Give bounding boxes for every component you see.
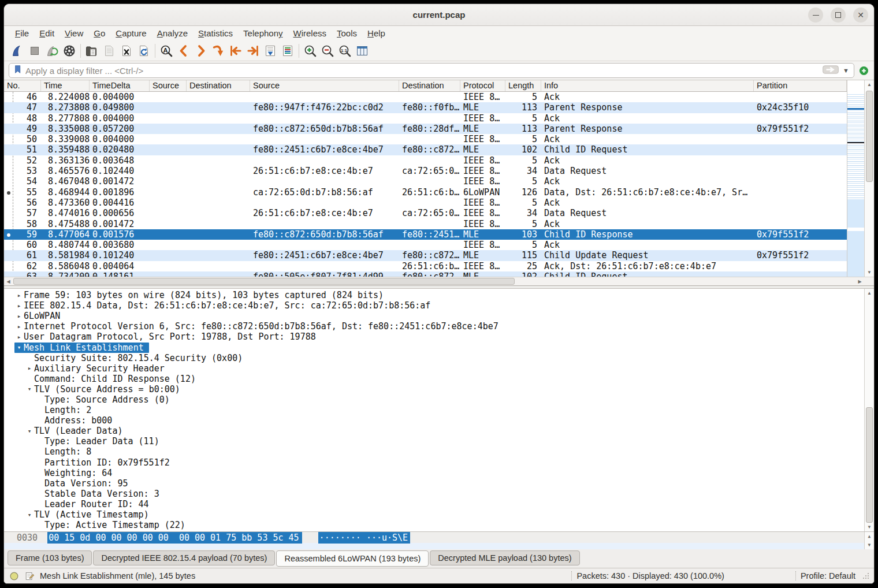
scroll-up-icon[interactable]: ▲ (865, 80, 874, 89)
column-header-src1[interactable]: Source (150, 80, 187, 91)
scroll-down-icon[interactable]: ▼ (865, 268, 874, 277)
filter-bookmark-icon[interactable] (13, 64, 23, 77)
go-last-packet-button[interactable] (244, 43, 262, 59)
expert-info-icon[interactable] (9, 571, 20, 582)
collapsed-arrow-icon[interactable]: ▸ (14, 292, 24, 299)
menu-analyze[interactable]: Analyze (152, 27, 193, 39)
packet-list-hscroll-thumb[interactable] (13, 278, 515, 285)
go-first-packet-button[interactable] (227, 43, 244, 59)
collapsed-arrow-icon[interactable]: ▸ (14, 323, 24, 330)
hex-bytes-selected[interactable]: 00 15 0d 00 00 00 00 00 00 00 01 75 bb 5… (47, 532, 302, 544)
packet-row-61[interactable]: 618.5819840.101240fe80::2451:c6b7:e8ce:4… (4, 250, 847, 260)
detail-row[interactable]: Length: 2 (4, 405, 864, 415)
menu-capture[interactable]: Capture (110, 27, 151, 39)
zoom-out-button[interactable] (319, 43, 336, 59)
column-header-part[interactable]: Partition (754, 80, 847, 91)
scroll-right-icon[interactable]: ▶ (855, 277, 864, 285)
column-header-src2[interactable]: Source (250, 80, 399, 91)
packet-row-49[interactable]: 498.3350080.057200fe80::c872:650d:b7b8:5… (4, 124, 847, 134)
detail-row[interactable]: Address: b000 (4, 415, 864, 426)
titlebar[interactable]: current.pcap ✕ (4, 4, 874, 26)
packet-list-scroll-thumb[interactable] (866, 91, 873, 182)
packet-bytes-pane[interactable]: 0030 00 15 0d 00 00 00 00 00 00 00 01 75… (4, 531, 874, 549)
resize-columns-button[interactable] (354, 43, 371, 59)
column-header-delta[interactable]: TimeDelta (90, 80, 150, 91)
expanded-arrow-icon[interactable]: ▾ (25, 427, 34, 435)
detail-row[interactable]: Weighting: 64 (4, 468, 864, 478)
packet-list-horizontal-scrollbar[interactable]: ◀ ▶ (4, 277, 874, 285)
menu-go[interactable]: Go (88, 27, 110, 39)
collapsed-arrow-icon[interactable]: ▸ (25, 364, 34, 372)
packet-row-56[interactable]: 568.4733600.004416IEEE 8…5Ack (4, 198, 847, 208)
tab-decrypted-mle-payload[interactable]: Decrypted MLE payload (130 bytes) (430, 550, 579, 565)
scroll-left-icon[interactable]: ◀ (4, 277, 13, 285)
menu-help[interactable]: Help (362, 27, 390, 39)
display-filter-box[interactable]: ▼ (9, 63, 854, 78)
reload-file-button[interactable] (135, 43, 152, 59)
expanded-arrow-icon[interactable]: ▾ (25, 511, 34, 519)
capture-comment-icon[interactable] (24, 571, 35, 582)
go-to-packet-button[interactable] (210, 43, 227, 59)
scroll-down-icon[interactable]: ▼ (865, 523, 874, 531)
detail-row[interactable]: Leader Router ID: 44 (4, 499, 864, 509)
packet-row-46[interactable]: 468.2240080.004000IEEE 8…5Ack (4, 92, 847, 102)
packet-row-58[interactable]: 588.4754880.001472IEEE 8…5Ack (4, 219, 847, 229)
column-header-proto[interactable]: Protocol (460, 80, 505, 91)
detail-row[interactable]: Type: Active Timestamp (22) (4, 520, 864, 530)
open-file-button[interactable] (83, 43, 101, 59)
column-header-no[interactable]: No. (4, 80, 41, 91)
collapsed-arrow-icon[interactable]: ▸ (14, 302, 24, 310)
scroll-down-icon[interactable]: ▼ (865, 541, 874, 549)
packet-row-59[interactable]: 598.4770640.001576fe80::c872:650d:b7b8:5… (4, 229, 847, 240)
hex-row[interactable]: 0030 00 15 0d 00 00 00 00 00 00 00 01 75… (4, 532, 874, 543)
detail-row[interactable]: ▸User Datagram Protocol, Src Port: 19788… (4, 332, 864, 342)
detail-row[interactable]: ▾TLV (Source Address = b0:00) (4, 384, 864, 395)
detail-row[interactable]: Command: Child ID Response (12) (4, 374, 864, 384)
menu-view[interactable]: View (59, 27, 88, 39)
display-filter-input[interactable] (25, 66, 820, 76)
menu-tools[interactable]: Tools (332, 27, 362, 39)
detail-row[interactable]: Length: 8 (4, 446, 864, 457)
details-scroll-thumb[interactable] (866, 407, 873, 523)
packet-row-47[interactable]: 478.2738080.049800fe80::947f:f476:22bc:c… (4, 102, 847, 113)
detail-row[interactable]: Partition ID: 0x79f551f2 (4, 457, 864, 468)
auto-scroll-button[interactable] (262, 43, 279, 59)
colorize-packets-button[interactable] (279, 43, 296, 59)
detail-row[interactable]: Stable Data Version: 3 (4, 489, 864, 499)
go-forward-button[interactable] (192, 43, 210, 59)
zoom-in-button[interactable] (302, 43, 319, 59)
tab-reassembled-6lowpan[interactable]: Reassembled 6LoWPAN (193 bytes) (276, 550, 429, 567)
zoom-original-button[interactable]: 1:1 (336, 43, 354, 59)
packet-row-48[interactable]: 488.2778080.004000IEEE 8…5Ack (4, 113, 847, 124)
start-capture-button[interactable] (9, 43, 26, 59)
menu-wireless[interactable]: Wireless (288, 27, 332, 39)
hex-ascii-selected[interactable]: ········ ···u·S\E (318, 532, 411, 544)
collapsed-arrow-icon[interactable]: ▸ (14, 333, 24, 341)
find-packet-button[interactable]: A (158, 43, 175, 59)
expanded-arrow-icon[interactable]: ▾ (14, 344, 24, 351)
column-header-time[interactable]: Time (41, 80, 90, 91)
menu-edit[interactable]: Edit (34, 27, 59, 39)
hex-vertical-scrollbar[interactable]: ▲ ▼ (864, 532, 874, 549)
menu-telephony[interactable]: Telephony (238, 27, 288, 39)
tab-decrypted-ieee-802-15-4-payload[interactable]: Decrypted IEEE 802.15.4 payload (70 byte… (93, 550, 275, 565)
filter-apply-button[interactable] (822, 64, 839, 77)
detail-row[interactable]: ▸IEEE 802.15.4 Data, Dst: 26:51:c6:b7:e8… (4, 300, 864, 311)
menu-statistics[interactable]: Statistics (193, 27, 238, 39)
packet-row-54[interactable]: 548.4670480.001472IEEE 8…5Ack (4, 176, 847, 187)
collapsed-arrow-icon[interactable]: ▸ (14, 312, 24, 320)
close-button[interactable]: ✕ (853, 8, 868, 23)
packet-row-50[interactable]: 508.3390080.004000IEEE 8…5Ack (4, 134, 847, 144)
expanded-arrow-icon[interactable]: ▾ (25, 385, 34, 393)
column-header-dst2[interactable]: Destination (399, 80, 460, 91)
packet-row-62[interactable]: 628.5860480.00406426:51:c6:b…IEEE 8…25Ac… (4, 261, 847, 271)
packet-row-55[interactable]: 558.4689440.001896ca:72:65:0d:b7:b8:56:a… (4, 187, 847, 198)
packet-row-52[interactable]: 528.3631360.003648IEEE 8…5Ack (4, 155, 847, 166)
detail-row[interactable]: Type: Leader Data (11) (4, 436, 864, 446)
scroll-up-icon[interactable]: ▲ (865, 289, 874, 297)
detail-row[interactable]: Type: Source Address (0) (4, 395, 864, 405)
detail-row[interactable]: ▸Frame 59: 103 bytes on wire (824 bits),… (4, 290, 864, 300)
capture-options-button[interactable] (61, 43, 78, 59)
detail-row[interactable]: ▸Internet Protocol Version 6, Src: fe80:… (4, 321, 864, 332)
packet-row-63[interactable]: 638.7342090.148161fe80::505e:f807:7f81:4… (4, 271, 847, 277)
